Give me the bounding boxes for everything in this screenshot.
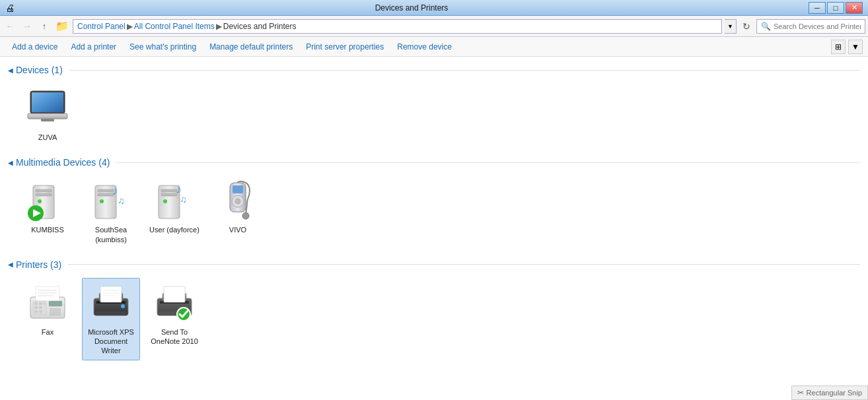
- multimedia-divider: [116, 162, 860, 163]
- device-item-zuva[interactable]: ZUVA: [18, 83, 77, 147]
- snipping-overlay: ✂ Rectangular Snip: [791, 385, 868, 400]
- svg-rect-57: [164, 286, 185, 302]
- refresh-button[interactable]: ↻: [739, 19, 754, 34]
- view-button[interactable]: ⊞: [831, 40, 846, 54]
- onenote-label: Send To OneNote 2010: [151, 327, 198, 347]
- devices-collapse-toggle[interactable]: ◀: [8, 67, 13, 74]
- title-bar: 🖨 Devices and Printers ─ □ ✕: [0, 0, 868, 16]
- vivo-svg: [217, 180, 259, 222]
- kumbiss-label: KUMBISS: [31, 225, 64, 234]
- svg-rect-1: [32, 92, 63, 112]
- address-path[interactable]: Control Panel ▶ All Control Panel Items …: [73, 19, 722, 34]
- folder-icon: 📁: [55, 20, 69, 32]
- vivo-icon: [217, 180, 259, 222]
- svg-point-25: [235, 199, 240, 204]
- svg-text:♪: ♪: [112, 184, 118, 197]
- close-button[interactable]: ✕: [846, 2, 863, 14]
- svg-point-7: [38, 199, 42, 203]
- svg-rect-33: [34, 302, 38, 305]
- printers-grid: Fax: [8, 275, 860, 368]
- svg-rect-3: [41, 119, 54, 121]
- svg-point-19: [163, 199, 167, 203]
- title-bar-left: 🖨: [5, 3, 15, 13]
- svg-rect-40: [49, 301, 62, 306]
- remove-device-button[interactable]: Remove device: [390, 37, 458, 56]
- xps-label: Microsoft XPS Document Writer: [85, 327, 137, 356]
- userdayforce-label: User (dayforce): [149, 225, 199, 234]
- laptop-svg: [26, 90, 69, 128]
- device-item-kumbiss[interactable]: KUMBISS: [18, 176, 77, 249]
- svg-rect-6: [36, 193, 52, 196]
- title-bar-controls: ─ □ ✕: [809, 2, 863, 14]
- up-button[interactable]: ↑: [37, 19, 52, 34]
- path-sep-2: ▶: [216, 22, 222, 31]
- southsea-label: SouthSea (kumbiss): [95, 225, 127, 244]
- svg-rect-5: [36, 189, 52, 192]
- devices-section-title: Devices (1): [16, 65, 63, 75]
- minimize-button[interactable]: ─: [809, 2, 826, 14]
- see-printing-button[interactable]: See what's printing: [123, 37, 203, 56]
- onenote-svg: [153, 283, 196, 325]
- svg-rect-36: [34, 306, 38, 309]
- path-part-3: Devices and Printers: [223, 22, 297, 31]
- search-box[interactable]: 🔍: [756, 19, 865, 34]
- back-button[interactable]: ←: [3, 19, 17, 34]
- fax-svg: [26, 283, 69, 325]
- device-item-onenote[interactable]: Send To OneNote 2010: [145, 278, 203, 360]
- userdayforce-icon: ♪ ♫: [153, 180, 196, 222]
- multimedia-section-title: Multimedia Devices (4): [16, 157, 110, 168]
- add-device-button[interactable]: Add a device: [5, 37, 64, 56]
- device-item-xps[interactable]: Microsoft XPS Document Writer: [82, 278, 140, 360]
- maximize-button[interactable]: □: [827, 2, 844, 14]
- svg-text:♪: ♪: [176, 183, 182, 196]
- address-dropdown[interactable]: ▼: [725, 19, 737, 34]
- window-title: Devices and Printers: [15, 3, 809, 13]
- path-part-2: All Control Panel Items: [134, 22, 215, 31]
- snip-icon: ✂: [797, 388, 804, 397]
- vivo-label: VIVO: [229, 225, 246, 234]
- zuva-label: ZUVA: [38, 133, 57, 142]
- device-item-fax[interactable]: Fax: [18, 278, 77, 360]
- devices-section-header: ◀ Devices (1): [8, 65, 860, 75]
- printers-divider: [68, 264, 860, 265]
- window-icon: 🖨: [5, 3, 15, 13]
- content-area: ◀ Devices (1): [0, 57, 868, 400]
- xps-icon: [90, 283, 132, 325]
- path-part-1: Control Panel: [77, 22, 126, 31]
- device-item-userdayforce[interactable]: ♪ ♫ User (dayforce): [145, 176, 203, 249]
- kumbiss-svg: [26, 180, 69, 222]
- printers-section-title: Printers (3): [16, 259, 61, 270]
- southsea-icon: ♪ ♫: [90, 180, 132, 222]
- multimedia-collapse-toggle[interactable]: ◀: [8, 159, 13, 166]
- device-item-southsea[interactable]: ♪ ♫ SouthSea (kumbiss): [82, 176, 140, 249]
- svg-rect-23: [233, 185, 243, 193]
- svg-text:♫: ♫: [180, 195, 187, 205]
- print-server-button[interactable]: Print server properties: [299, 37, 390, 56]
- svg-point-13: [100, 199, 104, 203]
- zuva-icon: [26, 88, 69, 130]
- svg-rect-2: [28, 114, 67, 119]
- printers-collapse-toggle[interactable]: ◀: [8, 261, 13, 268]
- fax-label: Fax: [42, 327, 54, 337]
- forward-button[interactable]: →: [20, 19, 34, 34]
- svg-rect-34: [39, 302, 42, 305]
- multimedia-section-header: ◀ Multimedia Devices (4): [8, 157, 860, 168]
- view-dropdown-button[interactable]: ▼: [848, 40, 863, 54]
- svg-rect-53: [95, 312, 127, 316]
- address-bar: ← → ↑ 📁 Control Panel ▶ All Control Pane…: [0, 16, 868, 37]
- kumbiss-icon: [26, 180, 69, 222]
- search-input[interactable]: [774, 22, 861, 30]
- svg-rect-39: [39, 310, 42, 313]
- svg-rect-11: [98, 189, 114, 192]
- svg-rect-12: [98, 193, 114, 196]
- add-printer-button[interactable]: Add a printer: [64, 37, 123, 56]
- svg-rect-37: [39, 306, 42, 309]
- svg-rect-17: [161, 189, 177, 192]
- manage-default-button[interactable]: Manage default printers: [203, 37, 299, 56]
- snipping-label: Rectangular Snip: [807, 389, 862, 397]
- svg-rect-38: [34, 310, 38, 313]
- path-sep-1: ▶: [127, 22, 133, 31]
- device-item-vivo[interactable]: VIVO: [209, 176, 267, 249]
- devices-grid: ZUVA: [8, 81, 860, 154]
- svg-rect-48: [100, 286, 122, 302]
